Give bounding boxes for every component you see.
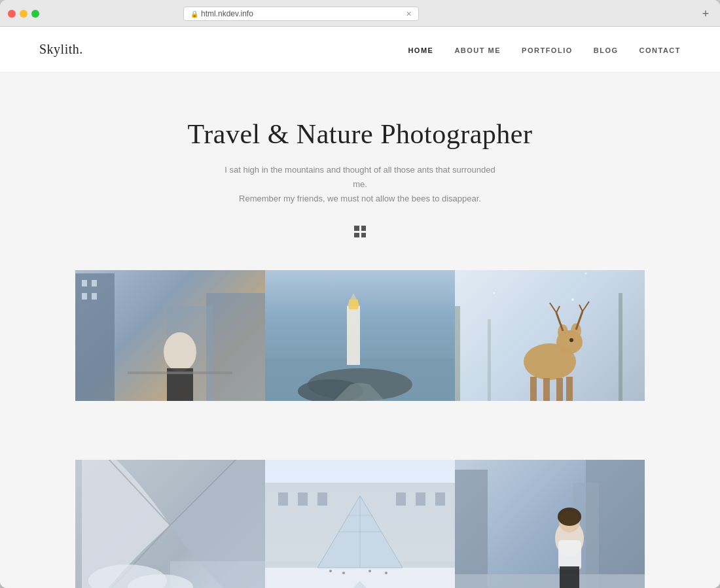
navigation: Skylith. HOME ABOUT ME PORTFOLIO BLOG CO… <box>0 27 720 73</box>
svg-point-25 <box>571 298 574 301</box>
nav-item-about[interactable]: ABOUT ME <box>454 44 501 56</box>
svg-point-8 <box>164 332 196 372</box>
svg-rect-15 <box>347 306 360 365</box>
svg-point-65 <box>329 570 332 572</box>
lock-icon: 🔒 <box>190 10 198 18</box>
address-bar[interactable]: 🔒 html.nkdev.info ✕ <box>183 7 419 21</box>
gallery-item-2[interactable] <box>265 270 455 460</box>
svg-point-66 <box>342 572 345 574</box>
svg-rect-27 <box>619 293 622 401</box>
browser-chrome: 🔒 html.nkdev.info ✕ + <box>0 0 720 27</box>
grid-view-icon[interactable] <box>13 226 707 237</box>
close-button[interactable] <box>8 10 16 18</box>
svg-point-67 <box>369 570 371 572</box>
photo-gallery <box>75 270 645 588</box>
svg-point-78 <box>558 508 581 526</box>
svg-rect-6 <box>82 293 87 300</box>
nav-item-home[interactable]: HOME <box>408 44 433 56</box>
svg-rect-26 <box>455 306 460 401</box>
svg-rect-1 <box>75 273 115 401</box>
nav-item-contact[interactable]: CONTACT <box>639 44 681 56</box>
svg-point-39 <box>569 338 573 342</box>
svg-rect-43 <box>566 377 573 401</box>
svg-rect-17 <box>349 300 358 309</box>
new-tab-button[interactable]: + <box>699 7 712 20</box>
nav-link-about[interactable]: ABOUT ME <box>454 46 501 54</box>
nav-link-portfolio[interactable]: PORTFOLIO <box>522 46 573 54</box>
url-text: html.nkdev.info <box>201 9 253 18</box>
nav-item-blog[interactable]: BLOG <box>594 44 619 56</box>
svg-rect-10 <box>128 372 232 374</box>
svg-rect-70 <box>455 470 488 588</box>
gallery-item-5[interactable] <box>265 460 455 588</box>
svg-point-32 <box>571 323 581 339</box>
hero-subtitle-line2: Remember my friends, we must not allow t… <box>239 194 481 203</box>
svg-rect-76 <box>558 540 581 570</box>
hero-section: Travel & Nature Photographer I sat high … <box>0 73 720 264</box>
svg-rect-57 <box>396 493 406 506</box>
svg-rect-58 <box>416 493 425 506</box>
hero-subtitle-line1: I sat high in the mountains and thought … <box>225 165 495 189</box>
website-content: Skylith. HOME ABOUT ME PORTFOLIO BLOG CO… <box>0 27 720 588</box>
svg-rect-73 <box>455 574 645 588</box>
minimize-button[interactable] <box>20 10 27 18</box>
site-logo[interactable]: Skylith. <box>39 42 83 57</box>
svg-rect-4 <box>82 280 87 286</box>
nav-link-contact[interactable]: CONTACT <box>639 46 681 54</box>
maximize-button[interactable] <box>31 10 39 18</box>
nav-item-portfolio[interactable]: PORTFOLIO <box>522 44 573 56</box>
gallery-item-4[interactable] <box>75 460 265 588</box>
svg-rect-40 <box>530 377 537 401</box>
gallery-item-1[interactable] <box>75 270 265 460</box>
gallery-item-6[interactable] <box>455 460 645 588</box>
svg-point-31 <box>558 324 568 340</box>
svg-point-68 <box>385 572 387 574</box>
svg-rect-77 <box>560 566 579 588</box>
svg-point-22 <box>585 273 587 275</box>
svg-rect-54 <box>278 493 288 506</box>
gallery-item-3[interactable] <box>455 270 645 460</box>
svg-rect-7 <box>92 293 97 300</box>
hero-subtitle: I sat high in the mountains and thought … <box>223 163 497 206</box>
svg-rect-28 <box>488 319 491 401</box>
hero-title: Travel & Nature Photographer <box>13 118 707 150</box>
svg-rect-55 <box>298 493 308 506</box>
svg-point-24 <box>494 292 495 294</box>
browser-window: 🔒 html.nkdev.info ✕ + Skylith. HOME ABOU… <box>0 0 720 588</box>
nav-link-home[interactable]: HOME <box>408 46 433 54</box>
tab-close-button[interactable]: ✕ <box>406 10 412 18</box>
nav-link-blog[interactable]: BLOG <box>594 46 619 54</box>
svg-rect-2 <box>206 293 265 401</box>
nav-links: HOME ABOUT ME PORTFOLIO BLOG CONTACT <box>408 44 681 56</box>
traffic-lights <box>8 10 39 18</box>
svg-rect-56 <box>317 493 327 506</box>
svg-rect-41 <box>543 378 550 401</box>
svg-rect-5 <box>92 280 97 286</box>
svg-rect-59 <box>435 493 445 506</box>
svg-rect-42 <box>556 378 563 401</box>
